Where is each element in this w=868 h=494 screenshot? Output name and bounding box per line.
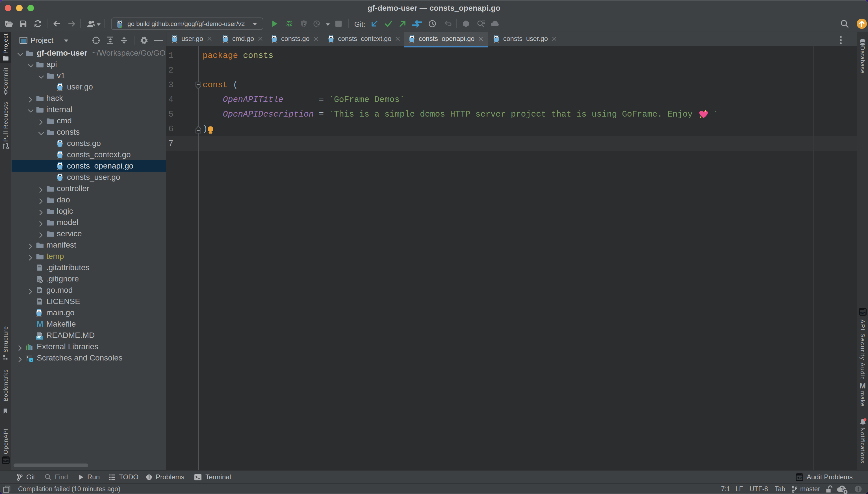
svg-text:/API: /API [797, 476, 802, 480]
svg-text:/API: /API [3, 459, 9, 463]
svg-text:/API: /API [860, 311, 866, 315]
